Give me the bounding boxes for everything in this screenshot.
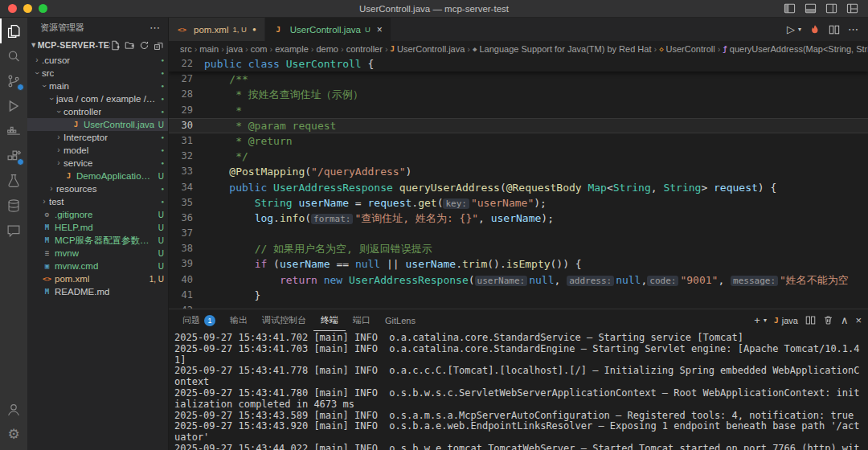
code-line-text	[204, 226, 868, 241]
panel-tab-调试控制台[interactable]: 调试控制台	[255, 309, 313, 331]
breadcrumb-item-controller[interactable]: controller	[346, 44, 383, 54]
code-line-37[interactable]: 37	[169, 226, 868, 241]
new-folder-icon[interactable]	[125, 40, 135, 51]
zoom-window-button[interactable]	[39, 4, 47, 13]
tree-item-MCP服务器配置参数完整指...[interactable]: MMCP服务器配置参数完整指...U	[27, 234, 168, 247]
panel-tab-终端[interactable]: 终端	[313, 309, 346, 331]
tree-item-java / com / example / de...[interactable]: ›java / com / example / de...●	[27, 92, 168, 105]
code-line-33[interactable]: 33 @PostMapping("/queryAddress")	[169, 164, 868, 179]
panel-tab-问题[interactable]: 问题1	[175, 309, 223, 331]
panel-tab-端口[interactable]: 端口	[346, 309, 378, 331]
new-file-icon[interactable]	[110, 40, 121, 51]
code-editor[interactable]: 22public class UserControll { 27 /**28 *…	[169, 56, 868, 309]
tab-UserControll.java[interactable]: JUserControll.javaU×	[265, 18, 391, 41]
tree-item-pom.xml[interactable]: <>pom.xml1, U	[27, 272, 168, 285]
maximize-panel-icon[interactable]: ∧	[841, 314, 849, 326]
code-line-40[interactable]: 40 return new UserAddressResponse(userNa…	[169, 272, 868, 288]
source-control-icon[interactable]	[0, 68, 27, 93]
toggle-panel-icon[interactable]	[805, 2, 817, 14]
sticky-line[interactable]: 22public class UserControll {	[169, 56, 868, 72]
tree-item-model[interactable]: ›model●	[27, 144, 168, 157]
breadcrumb-item-com[interactable]: com	[251, 44, 268, 54]
code-line-text: log.info(format:"查询住址, 姓名为: {}", userNam…	[204, 211, 868, 226]
toggle-sidebar-icon[interactable]	[784, 2, 796, 14]
run-and-debug-icon[interactable]	[0, 93, 27, 118]
extensions-icon[interactable]	[0, 143, 27, 168]
breadcrumb-item-src[interactable]: src	[180, 44, 192, 54]
breadcrumb-item-demo[interactable]: demo	[316, 44, 338, 54]
close-tab-icon[interactable]: ×	[377, 24, 383, 35]
chat-icon[interactable]	[0, 218, 27, 243]
code-line-32[interactable]: 32 */	[169, 149, 868, 164]
code-line-30[interactable]: 30 * @param request	[169, 118, 868, 133]
search-icon[interactable]	[0, 43, 27, 68]
terminal-output[interactable]: 2025-09-27 15:43:41.702 [main] INFO o.a.…	[169, 331, 868, 450]
minimize-window-button[interactable]	[23, 4, 32, 13]
tree-item-test[interactable]: ›test●	[27, 195, 168, 208]
tree-item-mvnw.cmd[interactable]: ▣mvnw.cmdU	[27, 260, 168, 272]
code-line-31[interactable]: 31 * @return	[169, 133, 868, 149]
testing-icon[interactable]	[0, 168, 27, 193]
new-terminal-icon[interactable]: +	[754, 314, 760, 326]
code-line-36[interactable]: 36 log.info(format:"查询住址, 姓名为: {}", user…	[169, 211, 868, 226]
toggle-secondary-sidebar-icon[interactable]	[825, 2, 837, 14]
breadcrumb-item-java[interactable]: java	[227, 44, 243, 54]
more-actions-icon[interactable]: ⋯	[848, 23, 858, 35]
tree-item-.cursor[interactable]: ›.cursor●	[27, 54, 168, 67]
tree-item-UserControll.java[interactable]: JUserControll.javaU	[27, 118, 168, 131]
split-editor-icon[interactable]	[829, 24, 840, 35]
database-icon[interactable]	[0, 193, 27, 218]
split-terminal-icon[interactable]	[805, 315, 816, 325]
explorer-icon[interactable]	[0, 18, 27, 43]
tree-item-resources[interactable]: ›resources●	[27, 182, 168, 195]
tree-item-service[interactable]: ›service●	[27, 157, 168, 170]
sidebar-more-actions-icon[interactable]: ⋯	[149, 22, 160, 34]
tree-item-README.md[interactable]: MREADME.md	[27, 285, 168, 298]
run-java-button[interactable]: ▷	[787, 23, 795, 35]
breadcrumb-item-UserControll[interactable]: ◇UserControll	[659, 44, 715, 54]
kill-terminal-trash-icon[interactable]	[823, 315, 833, 325]
tree-item-HELP.md[interactable]: MHELP.mdU	[27, 221, 168, 234]
tree-item-DemoApplication.java[interactable]: JDemoApplication.javaU	[27, 170, 168, 182]
settings-gear-icon[interactable]: ⚙	[0, 422, 27, 447]
code-line-29[interactable]: 29 *	[169, 103, 868, 118]
breadcrumb-item-example[interactable]: example	[275, 44, 309, 54]
tree-item-main[interactable]: ›main●	[27, 80, 168, 92]
code-line-35[interactable]: 35 String userName = request.get(key:"us…	[169, 195, 868, 211]
collapse-all-icon[interactable]	[154, 40, 164, 51]
code-line-28[interactable]: 28 * 按姓名查询住址（示例）	[169, 87, 868, 102]
code-line-text: public class UserControll {	[204, 56, 868, 72]
tab-pom.xml[interactable]: <>pom.xml1, U●	[169, 18, 265, 41]
line-number: 36	[169, 211, 204, 226]
tree-item-mvnw[interactable]: ≡mvnwU	[27, 247, 168, 260]
code-line-39[interactable]: 39 if (userName == null || userName.trim…	[169, 256, 868, 272]
run-dropdown-icon[interactable]: ▾	[798, 26, 801, 33]
code-line-41[interactable]: 41 }	[169, 288, 868, 303]
docker-icon[interactable]	[0, 118, 27, 143]
tree-item-controller[interactable]: ›controller●	[27, 105, 168, 118]
terminal-instance-java[interactable]: J java	[774, 316, 798, 325]
breadcrumb-item-main[interactable]: main	[199, 44, 219, 54]
tree-item-.gitignore[interactable]: ⚙.gitignoreU	[27, 208, 168, 221]
code-line-38[interactable]: 38 // 如果用户名为空, 则返回错误提示	[169, 241, 868, 256]
code-line-34[interactable]: 34 public UserAddressResponse queryUserA…	[169, 180, 868, 195]
customize-layout-icon[interactable]	[846, 2, 858, 14]
panel-tab-GitLens[interactable]: GitLens	[378, 309, 423, 331]
tree-item-src[interactable]: ›src●	[27, 67, 168, 80]
project-section-header[interactable]: ▼ MCP-SERVER-TEST	[27, 37, 168, 53]
account-icon[interactable]	[0, 397, 27, 422]
refresh-icon[interactable]	[139, 40, 149, 51]
chevron-collapsed-icon: ›	[47, 185, 56, 193]
breadcrumb-item-UserControll.java[interactable]: JUserControll.java	[391, 44, 465, 54]
hot-reload-flame-icon[interactable]	[809, 24, 821, 35]
close-window-button[interactable]	[8, 4, 17, 13]
code-line-42[interactable]: 42	[169, 303, 868, 309]
terminal-profile-chevron-icon[interactable]: ▾	[764, 317, 767, 324]
code-line-27[interactable]: 27 /**	[169, 72, 868, 87]
code-line-22[interactable]: 22public class UserControll {	[169, 56, 868, 72]
breadcrumb-item-queryUserAddress(Map<String, String>)[interactable]: ƒqueryUserAddress(Map<String, String>)	[723, 44, 868, 54]
close-panel-icon[interactable]: ×	[855, 314, 862, 326]
breadcrumb-item-Language Support for Java(TM) by Red Hat[interactable]: ◆Language Support for Java(TM) by Red Ha…	[473, 44, 651, 54]
tree-item-Interceptor[interactable]: ›Interceptor●	[27, 131, 168, 144]
panel-tab-输出[interactable]: 输出	[223, 309, 255, 331]
